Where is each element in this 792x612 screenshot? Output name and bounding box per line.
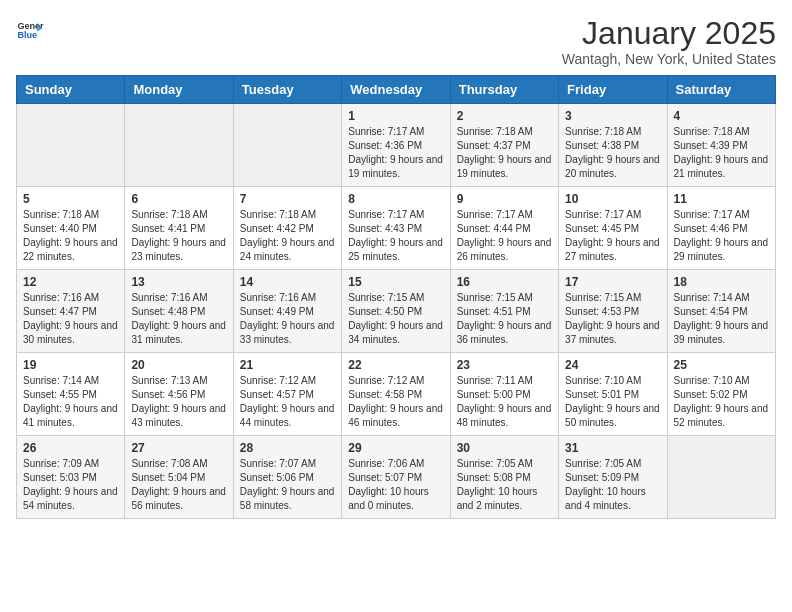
calendar-cell: 19Sunrise: 7:14 AMSunset: 4:55 PMDayligh… (17, 353, 125, 436)
calendar-cell: 13Sunrise: 7:16 AMSunset: 4:48 PMDayligh… (125, 270, 233, 353)
day-info: Sunrise: 7:14 AMSunset: 4:54 PMDaylight:… (674, 291, 769, 347)
calendar-cell: 26Sunrise: 7:09 AMSunset: 5:03 PMDayligh… (17, 436, 125, 519)
day-info: Sunrise: 7:18 AMSunset: 4:41 PMDaylight:… (131, 208, 226, 264)
day-number: 26 (23, 441, 118, 455)
location-title: Wantagh, New York, United States (562, 51, 776, 67)
day-info: Sunrise: 7:08 AMSunset: 5:04 PMDaylight:… (131, 457, 226, 513)
calendar-cell (125, 104, 233, 187)
svg-text:Blue: Blue (17, 30, 37, 40)
day-number: 14 (240, 275, 335, 289)
day-number: 30 (457, 441, 552, 455)
day-info: Sunrise: 7:13 AMSunset: 4:56 PMDaylight:… (131, 374, 226, 430)
weekday-header-thursday: Thursday (450, 76, 558, 104)
day-number: 21 (240, 358, 335, 372)
calendar-row-3: 19Sunrise: 7:14 AMSunset: 4:55 PMDayligh… (17, 353, 776, 436)
day-number: 17 (565, 275, 660, 289)
calendar-cell: 22Sunrise: 7:12 AMSunset: 4:58 PMDayligh… (342, 353, 450, 436)
weekday-header-row: SundayMondayTuesdayWednesdayThursdayFrid… (17, 76, 776, 104)
calendar-row-0: 1Sunrise: 7:17 AMSunset: 4:36 PMDaylight… (17, 104, 776, 187)
day-number: 13 (131, 275, 226, 289)
calendar-row-4: 26Sunrise: 7:09 AMSunset: 5:03 PMDayligh… (17, 436, 776, 519)
day-number: 4 (674, 109, 769, 123)
day-number: 3 (565, 109, 660, 123)
calendar-cell: 15Sunrise: 7:15 AMSunset: 4:50 PMDayligh… (342, 270, 450, 353)
day-info: Sunrise: 7:07 AMSunset: 5:06 PMDaylight:… (240, 457, 335, 513)
day-number: 20 (131, 358, 226, 372)
day-number: 6 (131, 192, 226, 206)
calendar-cell: 3Sunrise: 7:18 AMSunset: 4:38 PMDaylight… (559, 104, 667, 187)
calendar: SundayMondayTuesdayWednesdayThursdayFrid… (16, 75, 776, 519)
day-info: Sunrise: 7:18 AMSunset: 4:37 PMDaylight:… (457, 125, 552, 181)
calendar-cell: 28Sunrise: 7:07 AMSunset: 5:06 PMDayligh… (233, 436, 341, 519)
day-info: Sunrise: 7:09 AMSunset: 5:03 PMDaylight:… (23, 457, 118, 513)
calendar-cell (233, 104, 341, 187)
calendar-cell: 14Sunrise: 7:16 AMSunset: 4:49 PMDayligh… (233, 270, 341, 353)
day-number: 9 (457, 192, 552, 206)
weekday-header-monday: Monday (125, 76, 233, 104)
day-number: 23 (457, 358, 552, 372)
calendar-cell: 5Sunrise: 7:18 AMSunset: 4:40 PMDaylight… (17, 187, 125, 270)
day-number: 18 (674, 275, 769, 289)
day-number: 24 (565, 358, 660, 372)
day-info: Sunrise: 7:14 AMSunset: 4:55 PMDaylight:… (23, 374, 118, 430)
day-info: Sunrise: 7:17 AMSunset: 4:44 PMDaylight:… (457, 208, 552, 264)
calendar-cell: 1Sunrise: 7:17 AMSunset: 4:36 PMDaylight… (342, 104, 450, 187)
day-info: Sunrise: 7:12 AMSunset: 4:58 PMDaylight:… (348, 374, 443, 430)
day-number: 19 (23, 358, 118, 372)
day-info: Sunrise: 7:11 AMSunset: 5:00 PMDaylight:… (457, 374, 552, 430)
day-number: 29 (348, 441, 443, 455)
day-info: Sunrise: 7:18 AMSunset: 4:39 PMDaylight:… (674, 125, 769, 181)
day-info: Sunrise: 7:05 AMSunset: 5:08 PMDaylight:… (457, 457, 552, 513)
day-info: Sunrise: 7:16 AMSunset: 4:49 PMDaylight:… (240, 291, 335, 347)
calendar-cell: 25Sunrise: 7:10 AMSunset: 5:02 PMDayligh… (667, 353, 775, 436)
calendar-cell: 8Sunrise: 7:17 AMSunset: 4:43 PMDaylight… (342, 187, 450, 270)
calendar-cell: 4Sunrise: 7:18 AMSunset: 4:39 PMDaylight… (667, 104, 775, 187)
calendar-cell: 9Sunrise: 7:17 AMSunset: 4:44 PMDaylight… (450, 187, 558, 270)
calendar-cell: 6Sunrise: 7:18 AMSunset: 4:41 PMDaylight… (125, 187, 233, 270)
calendar-row-1: 5Sunrise: 7:18 AMSunset: 4:40 PMDaylight… (17, 187, 776, 270)
day-info: Sunrise: 7:18 AMSunset: 4:42 PMDaylight:… (240, 208, 335, 264)
day-number: 11 (674, 192, 769, 206)
day-info: Sunrise: 7:16 AMSunset: 4:48 PMDaylight:… (131, 291, 226, 347)
day-number: 16 (457, 275, 552, 289)
calendar-cell: 10Sunrise: 7:17 AMSunset: 4:45 PMDayligh… (559, 187, 667, 270)
weekday-header-sunday: Sunday (17, 76, 125, 104)
calendar-cell (667, 436, 775, 519)
day-number: 15 (348, 275, 443, 289)
day-info: Sunrise: 7:16 AMSunset: 4:47 PMDaylight:… (23, 291, 118, 347)
day-number: 27 (131, 441, 226, 455)
day-number: 31 (565, 441, 660, 455)
weekday-header-tuesday: Tuesday (233, 76, 341, 104)
calendar-cell: 24Sunrise: 7:10 AMSunset: 5:01 PMDayligh… (559, 353, 667, 436)
weekday-header-saturday: Saturday (667, 76, 775, 104)
logo-icon: General Blue (16, 16, 44, 44)
weekday-header-wednesday: Wednesday (342, 76, 450, 104)
weekday-header-friday: Friday (559, 76, 667, 104)
header-section: General Blue January 2025 Wantagh, New Y… (16, 16, 776, 67)
day-number: 1 (348, 109, 443, 123)
calendar-cell: 31Sunrise: 7:05 AMSunset: 5:09 PMDayligh… (559, 436, 667, 519)
day-number: 12 (23, 275, 118, 289)
day-info: Sunrise: 7:18 AMSunset: 4:40 PMDaylight:… (23, 208, 118, 264)
day-info: Sunrise: 7:17 AMSunset: 4:36 PMDaylight:… (348, 125, 443, 181)
day-info: Sunrise: 7:05 AMSunset: 5:09 PMDaylight:… (565, 457, 660, 513)
calendar-cell: 11Sunrise: 7:17 AMSunset: 4:46 PMDayligh… (667, 187, 775, 270)
day-info: Sunrise: 7:17 AMSunset: 4:43 PMDaylight:… (348, 208, 443, 264)
day-number: 22 (348, 358, 443, 372)
day-info: Sunrise: 7:15 AMSunset: 4:51 PMDaylight:… (457, 291, 552, 347)
day-info: Sunrise: 7:15 AMSunset: 4:50 PMDaylight:… (348, 291, 443, 347)
day-info: Sunrise: 7:17 AMSunset: 4:45 PMDaylight:… (565, 208, 660, 264)
calendar-cell: 16Sunrise: 7:15 AMSunset: 4:51 PMDayligh… (450, 270, 558, 353)
day-number: 8 (348, 192, 443, 206)
day-info: Sunrise: 7:15 AMSunset: 4:53 PMDaylight:… (565, 291, 660, 347)
day-info: Sunrise: 7:17 AMSunset: 4:46 PMDaylight:… (674, 208, 769, 264)
day-number: 28 (240, 441, 335, 455)
day-info: Sunrise: 7:10 AMSunset: 5:02 PMDaylight:… (674, 374, 769, 430)
month-title: January 2025 (562, 16, 776, 51)
calendar-cell: 29Sunrise: 7:06 AMSunset: 5:07 PMDayligh… (342, 436, 450, 519)
calendar-cell: 27Sunrise: 7:08 AMSunset: 5:04 PMDayligh… (125, 436, 233, 519)
calendar-cell: 20Sunrise: 7:13 AMSunset: 4:56 PMDayligh… (125, 353, 233, 436)
calendar-cell (17, 104, 125, 187)
calendar-cell: 7Sunrise: 7:18 AMSunset: 4:42 PMDaylight… (233, 187, 341, 270)
day-info: Sunrise: 7:06 AMSunset: 5:07 PMDaylight:… (348, 457, 443, 513)
